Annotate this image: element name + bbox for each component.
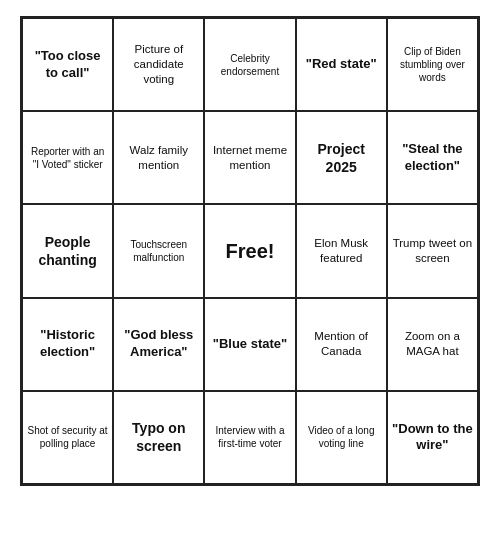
bingo-title [20, 0, 480, 16]
bingo-cell-19[interactable]: Zoom on a MAGA hat [387, 298, 478, 391]
bingo-cell-23[interactable]: Video of a long voting line [296, 391, 387, 484]
bingo-cell-3[interactable]: "Red state" [296, 18, 387, 111]
bingo-grid: "Too close to call"Picture of candidate … [20, 16, 480, 486]
bingo-cell-15[interactable]: "Historic election" [22, 298, 113, 391]
bingo-cell-22[interactable]: Interview with a first-time voter [204, 391, 295, 484]
bingo-cell-21[interactable]: Typo on screen [113, 391, 204, 484]
bingo-cell-1[interactable]: Picture of candidate voting [113, 18, 204, 111]
bingo-cell-24[interactable]: "Down to the wire" [387, 391, 478, 484]
bingo-cell-16[interactable]: "God bless America" [113, 298, 204, 391]
bingo-cell-12[interactable]: Free! [204, 204, 295, 297]
bingo-cell-13[interactable]: Elon Musk featured [296, 204, 387, 297]
bingo-cell-10[interactable]: People chanting [22, 204, 113, 297]
bingo-cell-11[interactable]: Touchscreen malfunction [113, 204, 204, 297]
bingo-cell-18[interactable]: Mention of Canada [296, 298, 387, 391]
bingo-cell-7[interactable]: Internet meme mention [204, 111, 295, 204]
bingo-cell-4[interactable]: Clip of Biden stumbling over words [387, 18, 478, 111]
bingo-cell-5[interactable]: Reporter with an "I Voted" sticker [22, 111, 113, 204]
bingo-cell-20[interactable]: Shot of security at polling place [22, 391, 113, 484]
bingo-cell-17[interactable]: "Blue state" [204, 298, 295, 391]
bingo-cell-9[interactable]: "Steal the election" [387, 111, 478, 204]
bingo-cell-2[interactable]: Celebrity endorsement [204, 18, 295, 111]
bingo-cell-8[interactable]: Project 2025 [296, 111, 387, 204]
bingo-cell-6[interactable]: Walz family mention [113, 111, 204, 204]
bingo-cell-14[interactable]: Trump tweet on screen [387, 204, 478, 297]
bingo-cell-0[interactable]: "Too close to call" [22, 18, 113, 111]
